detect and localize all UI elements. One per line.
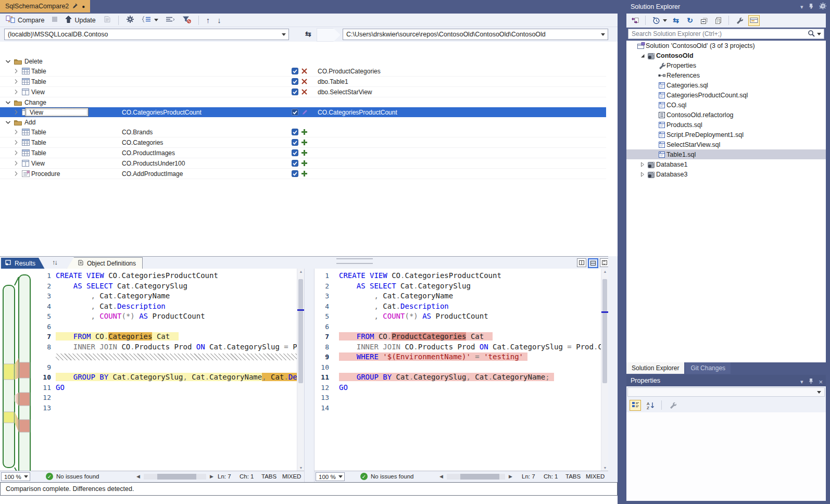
copy-properties-icon[interactable] bbox=[713, 15, 723, 26]
code-line[interactable]: 13 bbox=[315, 393, 601, 403]
chevron-down-icon[interactable] bbox=[5, 97, 11, 107]
split-horizontal-button[interactable] bbox=[588, 258, 598, 268]
code-line[interactable]: 10 GROUP BY Cat.CategorySlug, Cat.Catego… bbox=[33, 372, 297, 383]
property-pages-wrench-icon[interactable] bbox=[668, 400, 678, 410]
source-connection-combobox[interactable]: (localdb)\MSSQLLocalDB.Contoso bbox=[4, 29, 289, 40]
tree-item[interactable]: References bbox=[626, 70, 826, 80]
filter-button[interactable] bbox=[181, 15, 193, 26]
tree-item[interactable]: Table1.sql bbox=[626, 149, 826, 159]
compare-button[interactable]: Compare bbox=[4, 15, 46, 26]
code-line[interactable]: 11 GROUP BY Cat.CategorySlug, Cat.Catego… bbox=[315, 372, 601, 383]
chevron-right-icon[interactable] bbox=[14, 148, 19, 158]
compare-row[interactable]: TableCO.ProductCategories bbox=[0, 66, 606, 77]
next-difference-button[interactable]: ↓ bbox=[216, 15, 223, 26]
tree-item[interactable]: CO.sql bbox=[626, 100, 826, 110]
search-input[interactable]: Search Solution Explorer (Ctrl+;) bbox=[628, 29, 824, 39]
include-checkbox[interactable] bbox=[292, 137, 298, 147]
code-line[interactable]: 7 FROM CO.Categories Cat bbox=[33, 332, 297, 342]
include-checkbox[interactable] bbox=[292, 158, 298, 168]
options-button[interactable] bbox=[124, 15, 136, 26]
update-button[interactable]: Update bbox=[64, 15, 97, 26]
compare-row[interactable]: ViewCO.CategoriesProductCountCO.Categori… bbox=[0, 107, 606, 117]
horizontal-scrollbar[interactable]: ◀ ▶ bbox=[439, 473, 512, 480]
compact-view-button[interactable] bbox=[164, 15, 177, 26]
scrollbar-thumb[interactable] bbox=[460, 474, 499, 480]
zoom-combobox[interactable]: 100 % bbox=[316, 472, 345, 481]
tree-item[interactable]: Products.sql bbox=[626, 120, 826, 130]
diff-overview-spine[interactable] bbox=[0, 269, 33, 471]
document-tab[interactable]: SqlSchemaCompare2 ● bbox=[0, 0, 90, 12]
chevron-down-icon[interactable] bbox=[5, 117, 11, 127]
previous-difference-button[interactable]: ↑ bbox=[205, 15, 212, 26]
search-icon[interactable] bbox=[808, 30, 815, 39]
pin-icon[interactable] bbox=[72, 3, 78, 10]
solution-explorer-title-bar[interactable]: Solution Explorer bbox=[626, 0, 826, 14]
code-line[interactable]: 1CREATE VIEW CO.CategoriesProductCount bbox=[315, 271, 601, 281]
scrollbar-thumb[interactable] bbox=[298, 279, 303, 383]
include-checkbox[interactable] bbox=[292, 148, 298, 158]
group-row[interactable]: Add bbox=[0, 117, 606, 127]
chevron-right-icon[interactable] bbox=[14, 66, 19, 76]
tree-item[interactable]: CategoriesProductCount.sql bbox=[626, 90, 826, 100]
target-code-pane[interactable]: 1CREATE VIEW CO.CategoriesProductCount2 … bbox=[315, 269, 601, 471]
scroll-left-icon[interactable]: ◀ bbox=[136, 474, 140, 479]
code-line[interactable]: 5 , COUNT(*) AS ProductCount bbox=[315, 311, 601, 322]
chevron-down-icon[interactable] bbox=[5, 56, 11, 66]
code-line[interactable]: 9 bbox=[33, 362, 297, 373]
include-checkbox[interactable] bbox=[292, 77, 298, 86]
group-row[interactable]: Change bbox=[0, 97, 606, 107]
code-line[interactable]: 12GO bbox=[315, 383, 601, 393]
code-line[interactable]: 5 , COUNT(*) AS ProductCount bbox=[33, 311, 297, 322]
tree-item[interactable]: Solution 'ContosoOld' (3 of 3 projects) bbox=[626, 41, 826, 51]
tree-item[interactable]: SelectStarView.sql bbox=[626, 140, 826, 149]
code-line[interactable]: 10 bbox=[315, 362, 601, 373]
chevron-right-icon[interactable] bbox=[14, 107, 19, 117]
code-line[interactable]: 12 bbox=[33, 393, 297, 403]
split-vertical-button[interactable] bbox=[577, 258, 586, 267]
preview-selected-items-toggle[interactable] bbox=[748, 15, 760, 26]
zoom-combobox[interactable]: 100 % bbox=[1, 472, 30, 481]
tree-item[interactable]: Properties bbox=[626, 60, 826, 70]
pin-icon[interactable] bbox=[808, 3, 813, 10]
chevron-down-icon[interactable] bbox=[598, 29, 608, 40]
compare-row[interactable]: TableCO.ProductImages bbox=[0, 148, 606, 158]
chevron-down-icon[interactable] bbox=[817, 33, 821, 35]
code-line[interactable]: 2 AS SELECT Cat.CategorySlug bbox=[33, 281, 297, 292]
categorized-view-toggle[interactable] bbox=[630, 400, 641, 411]
code-line[interactable]: 6 bbox=[315, 322, 601, 332]
include-checkbox[interactable] bbox=[292, 127, 298, 137]
code-line[interactable]: 7 FROM CO.ProductCategories Cat bbox=[315, 332, 601, 342]
chevron-right-icon[interactable] bbox=[14, 127, 19, 137]
pending-changes-filter-icon[interactable] bbox=[651, 15, 661, 26]
chevron-right-icon[interactable] bbox=[14, 169, 19, 179]
refresh-icon[interactable]: ↻ bbox=[685, 15, 695, 26]
horizontal-scrollbar[interactable]: ◀ ▶ bbox=[136, 473, 213, 480]
stop-button[interactable] bbox=[50, 15, 59, 26]
tab-results[interactable]: Results bbox=[1, 258, 45, 269]
properties-object-combobox[interactable] bbox=[626, 386, 826, 398]
compare-row[interactable]: TableCO.Brands bbox=[0, 127, 606, 137]
code-line[interactable]: 4 , Cat.Description bbox=[315, 301, 601, 312]
scroll-down-icon[interactable]: ▼ bbox=[297, 466, 305, 470]
chevron-down-icon[interactable]: ▾ bbox=[800, 4, 803, 10]
expand-arrow-icon[interactable] bbox=[639, 172, 646, 177]
code-line[interactable]: 8 INNER JOIN CO.Products Prod ON Cat.Cat… bbox=[33, 342, 297, 352]
include-checkbox[interactable] bbox=[292, 87, 298, 97]
tab-solution-explorer[interactable]: Solution Explorer bbox=[626, 362, 684, 374]
code-line[interactable]: 3 , Cat.CategoryName bbox=[315, 291, 601, 301]
scroll-up-icon[interactable]: ▲ bbox=[601, 270, 609, 273]
generate-script-button[interactable] bbox=[102, 15, 112, 26]
tree-item[interactable]: ContosoOld.refactorlog bbox=[626, 110, 826, 120]
tree-item[interactable]: Categories.sql bbox=[626, 80, 826, 90]
chevron-down-icon[interactable]: ▾ bbox=[800, 379, 803, 385]
code-line[interactable]: 14 bbox=[315, 403, 601, 413]
close-icon[interactable]: × bbox=[819, 3, 823, 11]
chevron-right-icon[interactable] bbox=[14, 137, 19, 147]
properties-wrench-icon[interactable] bbox=[734, 15, 745, 26]
code-line[interactable]: 11GO bbox=[33, 383, 297, 393]
close-icon[interactable]: × bbox=[819, 378, 823, 386]
properties-title-bar[interactable]: Properties bbox=[626, 375, 826, 386]
code-line[interactable]: 2 AS SELECT Cat.CategorySlug bbox=[315, 281, 601, 292]
source-pane-vertical-scrollbar[interactable]: ▲ ▼ bbox=[297, 269, 304, 471]
scrollbar-thumb[interactable] bbox=[602, 279, 607, 383]
